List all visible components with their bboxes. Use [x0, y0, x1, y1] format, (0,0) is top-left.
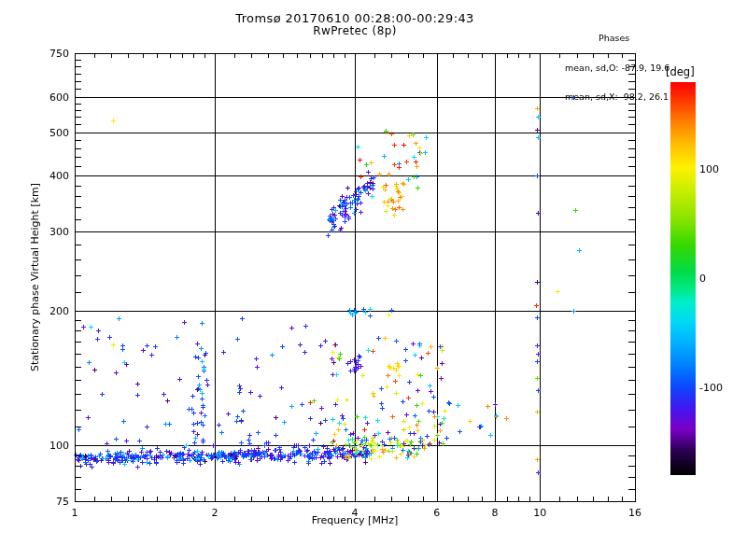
phase-stats-o-mode: mean, sd,O: -87.9, 19.6 [565, 63, 669, 74]
phase-stats-x-mode: mean, sd,X: 98.2, 26.1 [565, 92, 669, 103]
x-axis-title: Frequency [MHz] [75, 514, 635, 526]
ionogram-page: Tromsø 20170610 00:28:00-00:29:43 RwPret… [0, 0, 747, 560]
phase-stats-header: Phases [565, 34, 669, 44]
phase-stats-block: Phases mean, sd,O: -87.9, 19.6 mean, sd,… [565, 14, 669, 122]
y-axis-title: Stationary phase Virtual Height [km] [29, 183, 41, 371]
plot-subtitle: RwPretec (8p) [75, 24, 635, 37]
colorbar-title: [deg] [666, 65, 695, 78]
plot-title: Tromsø 20170610 00:28:00-00:29:43 [75, 11, 635, 25]
